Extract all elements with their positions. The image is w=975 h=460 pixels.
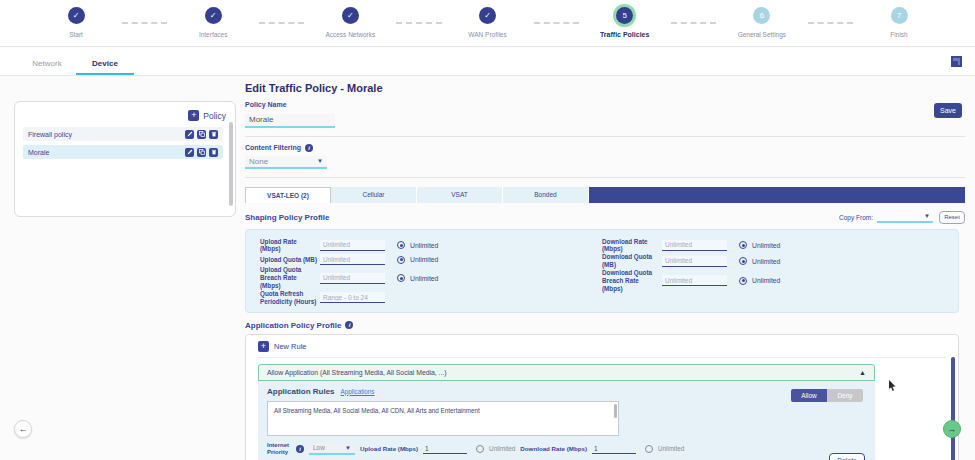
unlimited-label: Unlimited bbox=[658, 445, 684, 452]
step-general-settings[interactable]: 6 General Settings bbox=[716, 7, 808, 38]
textarea-scrollbar[interactable] bbox=[614, 404, 617, 418]
application-rule-card: Allow Application (All Streaming Media, … bbox=[258, 364, 875, 460]
new-rule-label: New Rule bbox=[274, 342, 307, 351]
next-button[interactable]: → bbox=[943, 420, 961, 438]
info-icon[interactable]: i bbox=[345, 321, 353, 329]
content-filtering-select[interactable]: None ▼ bbox=[245, 156, 327, 169]
rule-summary: Allow Application (All Streaming Media, … bbox=[267, 369, 859, 376]
wizard-stepper: ✓ Start ✓ Interfaces ✓ Access Networks ✓… bbox=[0, 0, 975, 47]
collapse-arrow-icon[interactable]: ▲ bbox=[859, 369, 866, 376]
tab-vsat-leo[interactable]: VSAT-LEO (2) bbox=[245, 187, 331, 203]
quota-refresh-input[interactable] bbox=[320, 292, 385, 303]
unlimited-radio[interactable] bbox=[739, 241, 747, 249]
rule-download-rate-input[interactable] bbox=[592, 443, 636, 454]
content-filtering-value: None bbox=[249, 157, 268, 166]
priority-value: Low bbox=[313, 444, 325, 451]
window-layout-icon[interactable] bbox=[951, 56, 962, 67]
policy-row-morale[interactable]: Morale bbox=[23, 145, 223, 159]
traffic-policy-wizard: ✓ Start ✓ Interfaces ✓ Access Networks ✓… bbox=[0, 0, 975, 460]
field-label: Upload Quota Breach Rate (Mbps) bbox=[260, 266, 318, 290]
step-access-networks[interactable]: ✓ Access Networks bbox=[304, 7, 396, 38]
applications-link[interactable]: Applications bbox=[341, 388, 375, 395]
unlimited-radio[interactable] bbox=[397, 256, 405, 264]
chevron-down-icon: ▼ bbox=[924, 213, 930, 219]
step-number: 5 bbox=[616, 7, 633, 24]
unlimited-radio[interactable] bbox=[739, 277, 747, 285]
unlimited-radio[interactable] bbox=[397, 241, 405, 249]
tab-network[interactable]: Network bbox=[18, 59, 76, 75]
step-connector bbox=[671, 22, 716, 24]
download-rate-input[interactable] bbox=[662, 240, 727, 251]
copy-icon[interactable] bbox=[197, 148, 206, 157]
scope-tabbar: Network Device bbox=[0, 48, 975, 76]
download-breach-rate-row: Download Quota Breach Rate (Mbps) Unlimi… bbox=[602, 269, 944, 293]
new-rule-button[interactable]: + New Rule bbox=[258, 341, 946, 358]
field-label: Download Rate (Mbps) bbox=[602, 238, 660, 254]
info-icon[interactable]: i bbox=[296, 445, 304, 453]
tab-bonded[interactable]: Bonded bbox=[503, 187, 589, 203]
step-connector bbox=[808, 22, 853, 24]
step-start[interactable]: ✓ Start bbox=[30, 7, 122, 38]
step-interfaces[interactable]: ✓ Interfaces bbox=[167, 7, 259, 38]
unlimited-radio[interactable] bbox=[739, 257, 747, 265]
plus-icon: + bbox=[258, 341, 269, 352]
policy-list-scrollbar[interactable] bbox=[229, 122, 233, 206]
plus-icon: + bbox=[188, 110, 199, 121]
tab-device[interactable]: Device bbox=[76, 59, 134, 75]
upload-breach-rate-input[interactable] bbox=[320, 273, 385, 284]
rule-upload-rate-input[interactable] bbox=[423, 443, 467, 454]
check-icon: ✓ bbox=[205, 7, 222, 24]
policy-name-label: Policy Name bbox=[245, 101, 965, 108]
reset-button[interactable]: Reset bbox=[939, 211, 965, 224]
priority-select[interactable]: Low ▼ bbox=[309, 443, 355, 455]
unlimited-radio[interactable] bbox=[476, 445, 484, 453]
policy-name: Morale bbox=[28, 149, 182, 156]
field-label: Quota Refresh Periodicity (Hours) bbox=[260, 290, 318, 306]
step-label: WAN Profiles bbox=[468, 31, 506, 38]
policy-list-card: + Policy Firewall policy Morale bbox=[14, 101, 236, 217]
application-panel-scrollbar[interactable] bbox=[951, 357, 955, 460]
step-wan-profiles[interactable]: ✓ WAN Profiles bbox=[442, 7, 534, 38]
edit-icon[interactable] bbox=[185, 148, 194, 157]
application-rules-title: Application Rules bbox=[267, 387, 335, 396]
delete-icon[interactable] bbox=[209, 148, 218, 157]
step-traffic-policies[interactable]: 5 Traffic Policies bbox=[579, 7, 671, 38]
allow-segment[interactable]: Allow bbox=[791, 389, 827, 402]
download-rate-row: Download Rate (Mbps) Unlimited bbox=[602, 238, 944, 254]
delete-icon[interactable] bbox=[209, 130, 218, 139]
copy-from-select[interactable]: ▼ bbox=[877, 211, 933, 223]
applications-textarea[interactable]: All Streaming Media, All Social Media, A… bbox=[267, 401, 619, 436]
tab-cellular[interactable]: Cellular bbox=[331, 187, 417, 203]
policy-row-firewall[interactable]: Firewall policy bbox=[23, 127, 223, 141]
divider bbox=[245, 177, 965, 178]
deny-segment[interactable]: Deny bbox=[827, 389, 863, 402]
copy-icon[interactable] bbox=[197, 130, 206, 139]
edit-icon[interactable] bbox=[185, 130, 194, 139]
wan-profile-tabs: VSAT-LEO (2) Cellular VSAT Bonded bbox=[245, 187, 965, 203]
download-quota-input[interactable] bbox=[662, 256, 727, 267]
delete-rule-button[interactable]: Delete bbox=[829, 453, 865, 460]
download-breach-rate-input[interactable] bbox=[662, 275, 727, 286]
back-button[interactable]: ← bbox=[14, 420, 32, 438]
unlimited-label: Unlimited bbox=[752, 277, 780, 284]
download-rate-label: Download Rate (Mbps) bbox=[520, 445, 587, 452]
unlimited-radio[interactable] bbox=[397, 274, 405, 282]
shaping-profile-title: Shaping Policy Profile bbox=[245, 213, 839, 222]
upload-quota-input[interactable] bbox=[320, 254, 385, 265]
upload-rate-input[interactable] bbox=[320, 240, 385, 251]
application-policy-panel: + New Rule Allow Application (All Stream… bbox=[245, 334, 959, 460]
rule-accordion-header[interactable]: Allow Application (All Streaming Media, … bbox=[258, 364, 875, 381]
upload-rate-label: Upload Rate (Mbps) bbox=[360, 445, 418, 452]
save-button[interactable]: Save bbox=[934, 103, 962, 118]
add-policy-button[interactable]: + Policy bbox=[188, 110, 226, 121]
field-label: Download Quota Breach Rate (Mbps) bbox=[602, 269, 660, 293]
step-label: Start bbox=[69, 31, 83, 38]
step-number: 7 bbox=[891, 7, 908, 24]
tab-vsat[interactable]: VSAT bbox=[417, 187, 503, 203]
policy-name-input[interactable] bbox=[245, 114, 335, 128]
unlimited-label: Unlimited bbox=[410, 242, 438, 249]
info-icon[interactable]: i bbox=[305, 144, 313, 152]
step-connector bbox=[122, 22, 167, 24]
step-finish[interactable]: 7 Finish bbox=[853, 7, 945, 38]
unlimited-radio[interactable] bbox=[645, 445, 653, 453]
